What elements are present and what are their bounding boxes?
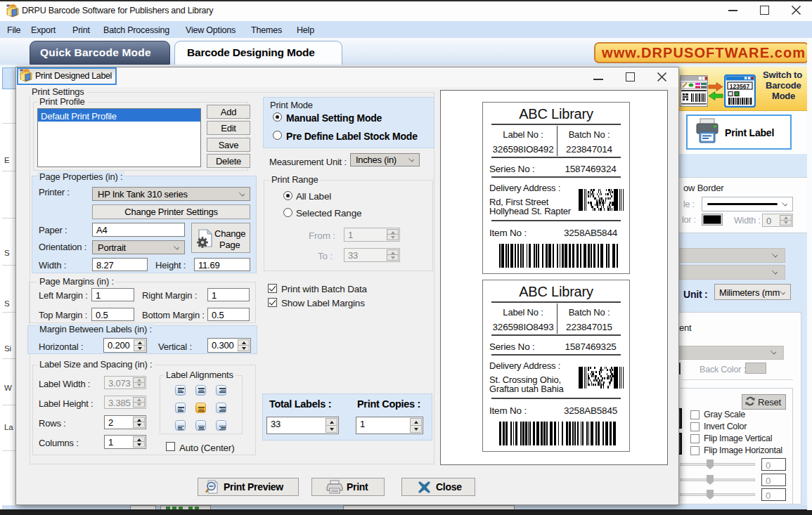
- svg-text:123567: 123567: [730, 83, 750, 90]
